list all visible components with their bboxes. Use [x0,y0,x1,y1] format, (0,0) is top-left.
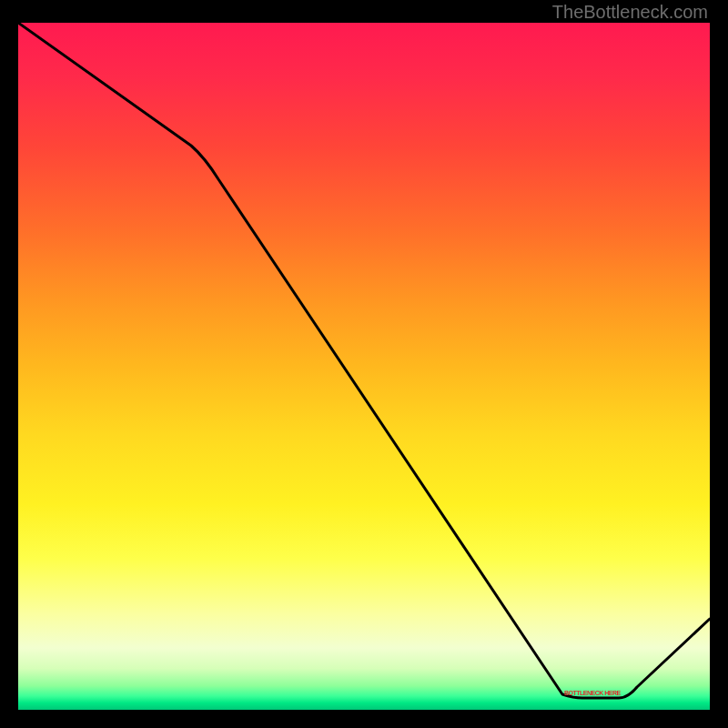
watermark-text: TheBottleneck.com [552,2,708,23]
bottleneck-marker-label: BOTTLENECK HERE [564,690,621,696]
plot-gradient-background [18,23,710,710]
chart-container: BOTTLENECK HERE TheBottleneck.com [0,0,728,728]
